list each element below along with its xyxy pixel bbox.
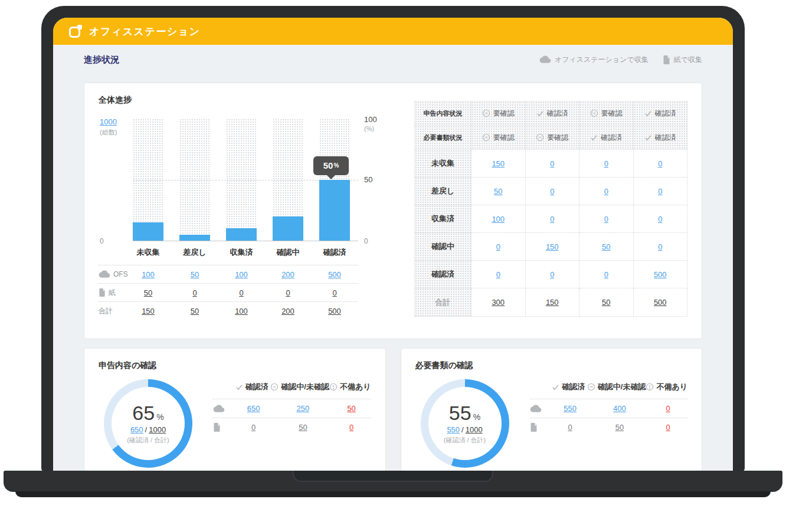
status-total-value[interactable]: 300 — [492, 298, 505, 307]
collect-total[interactable]: 500 — [319, 307, 350, 316]
logo-dot — [77, 25, 82, 29]
bar-collected[interactable] — [226, 228, 257, 241]
laptop-base — [4, 471, 782, 492]
breakdown-value[interactable]: 50 — [299, 423, 307, 432]
page-body: 進捗状況 オフィスステーションで収集 紙で収集 全体進捗 — [53, 45, 733, 472]
collect-row-ofs: OFS 100 50 100 200 500 — [99, 265, 358, 283]
donut-caption: (確認済 / 合計) — [444, 436, 486, 445]
collect-value[interactable]: 0 — [319, 288, 350, 297]
status-value-link[interactable]: 0 — [496, 270, 500, 279]
status-header-cell: 要確認 — [526, 126, 580, 150]
laptop-screen: オフィスステーション 進捗状況 オフィスステーションで収集 紙で収集 — [53, 18, 733, 472]
breakdown-value-alert[interactable]: 0 — [666, 404, 670, 413]
category-label: 収集済 — [226, 247, 257, 258]
collect-value-link[interactable]: 100 — [133, 270, 163, 279]
status-value-link[interactable]: 100 — [492, 215, 505, 224]
status-value-link[interactable]: 150 — [546, 242, 559, 251]
status-total-value[interactable]: 150 — [546, 298, 559, 307]
alert-icon — [646, 383, 654, 391]
status-total-label: 合計 — [415, 288, 471, 317]
breakdown-value[interactable]: 50 — [615, 423, 624, 432]
collect-value[interactable]: 0 — [179, 288, 210, 297]
category-label: 確認中 — [273, 247, 303, 258]
bar-chart-section: 全体進捗 1000 (総数) 0 — [99, 95, 397, 327]
column-header: 確認済 — [233, 382, 270, 392]
category-label: 未収集 — [133, 247, 163, 258]
status-value-link[interactable]: 0 — [550, 270, 554, 279]
pending-icon — [270, 383, 279, 391]
collect-value-link[interactable]: 500 — [319, 270, 350, 279]
status-row-label: 確認済 — [415, 261, 471, 288]
donut-numerator-link[interactable]: 550 — [447, 425, 460, 434]
status-total-value[interactable]: 500 — [654, 298, 667, 307]
breakdown-row-ofs: 550 400 0 — [530, 399, 688, 418]
status-value-link[interactable]: 0 — [550, 159, 554, 168]
breakdown-value-alert[interactable]: 0 — [349, 423, 353, 432]
collect-total[interactable]: 150 — [133, 307, 163, 316]
total-count-link[interactable]: 1000 — [100, 117, 117, 126]
alert-icon — [329, 383, 338, 391]
status-value-link[interactable]: 0 — [658, 215, 662, 224]
bar-confirmed[interactable] — [319, 180, 350, 241]
status-header-label: 申告内容状況 — [415, 101, 471, 126]
breakdown-value-link[interactable]: 550 — [564, 404, 577, 413]
collect-row-label: 合計 — [99, 306, 113, 316]
status-value-link[interactable]: 500 — [654, 270, 667, 279]
breakdown-value-alert[interactable]: 50 — [347, 404, 355, 413]
donut-numerator-link[interactable]: 650 — [130, 425, 143, 434]
status-value-link[interactable]: 0 — [604, 187, 608, 196]
status-value-link[interactable]: 0 — [658, 159, 662, 168]
category-label: 差戻し — [179, 247, 210, 258]
collect-value-link[interactable]: 50 — [179, 270, 210, 279]
donut-denominator-link[interactable]: 1000 — [466, 425, 483, 434]
bar-track — [273, 119, 303, 241]
collect-value[interactable]: 0 — [273, 288, 303, 297]
collect-value[interactable]: 50 — [133, 288, 163, 297]
donut-denominator-link[interactable]: 1000 — [149, 425, 166, 434]
status-header-cell: 確認済 — [579, 126, 634, 150]
status-row-label: 未収集 — [415, 150, 471, 178]
status-value-link[interactable]: 50 — [602, 242, 610, 251]
chart-title: 全体進捗 — [99, 95, 397, 106]
bar-track — [133, 119, 163, 241]
axis-right-zero: 0 — [364, 237, 368, 245]
breakdown-value-alert[interactable]: 0 — [666, 423, 670, 432]
status-value-link[interactable]: 0 — [550, 187, 554, 196]
breakdown-value-link[interactable]: 650 — [247, 404, 260, 413]
status-row-label: 収集済 — [415, 205, 471, 233]
bar-uncollected[interactable] — [133, 222, 163, 241]
status-value-link[interactable]: 0 — [658, 187, 662, 196]
breakdown-value-link[interactable]: 250 — [297, 404, 310, 413]
pending-icon — [536, 133, 544, 142]
collect-value-link[interactable]: 100 — [226, 270, 257, 279]
breakdown-value-link[interactable]: 400 — [613, 404, 626, 413]
status-value-link[interactable]: 0 — [604, 270, 608, 279]
card-title: 必要書類の確認 — [415, 360, 688, 371]
status-value-link[interactable]: 0 — [604, 215, 608, 224]
status-header-cell: 要確認 — [471, 126, 526, 150]
breakdown-value[interactable]: 0 — [251, 423, 256, 432]
collect-value[interactable]: 0 — [226, 288, 257, 297]
pending-icon — [587, 383, 595, 391]
collect-value-link[interactable]: 200 — [273, 270, 303, 279]
status-value-link[interactable]: 0 — [550, 215, 554, 224]
bar-track — [179, 119, 210, 241]
cloud-icon — [530, 405, 542, 413]
status-total-value[interactable]: 50 — [602, 298, 610, 307]
column-header: 不備あり — [646, 382, 687, 392]
status-value-link[interactable]: 150 — [492, 159, 505, 168]
bar-returned[interactable] — [179, 235, 210, 241]
status-value-link[interactable]: 0 — [496, 242, 500, 251]
collect-total[interactable]: 100 — [226, 307, 257, 316]
bar-checking[interactable] — [273, 216, 303, 241]
collect-total[interactable]: 200 — [273, 307, 303, 316]
status-value-link[interactable]: 0 — [658, 242, 662, 251]
status-header-label: 必要書類状況 — [415, 126, 471, 150]
status-value-link[interactable]: 0 — [604, 159, 608, 168]
status-value-link[interactable]: 50 — [494, 187, 502, 196]
collect-total[interactable]: 50 — [179, 307, 210, 316]
office-station-logo-icon[interactable] — [68, 24, 83, 38]
check-icon — [536, 110, 544, 117]
check-icon — [590, 134, 598, 142]
breakdown-value[interactable]: 0 — [568, 423, 572, 432]
